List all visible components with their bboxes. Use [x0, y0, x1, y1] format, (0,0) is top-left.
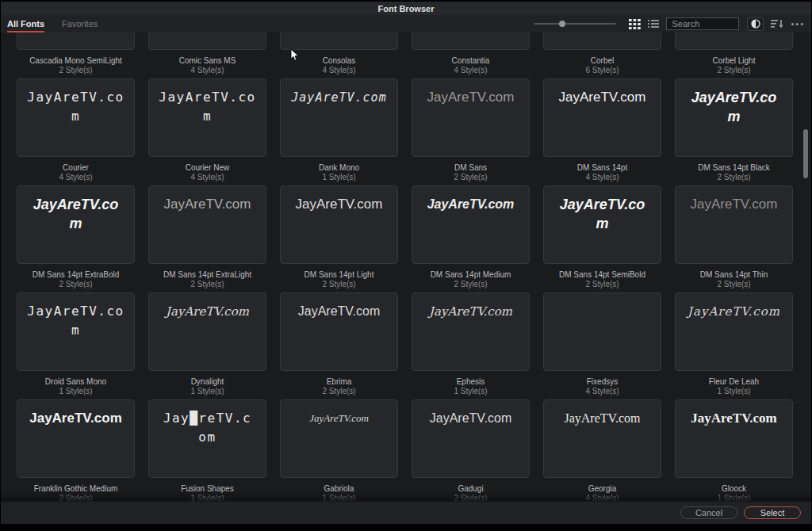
- font-name: Corbel: [543, 56, 661, 65]
- font-card[interactable]: JayAreTV.com Georgia 4 Style(s): [543, 399, 661, 501]
- preview-line-1: JayAreTV.com: [429, 302, 512, 321]
- font-style-count: 2 Style(s): [17, 494, 135, 501]
- preview-line-2: m: [727, 107, 740, 126]
- font-grid-viewport: Cascadia Mono SemiLight 2 Style(s) Comic…: [1, 32, 811, 501]
- font-name: Fleur De Leah: [675, 377, 793, 386]
- font-name: Corbel Light: [675, 56, 793, 65]
- font-preview: Jay█reTV.c om: [148, 399, 266, 478]
- font-style-count: 2 Style(s): [675, 280, 793, 288]
- select-button[interactable]: Select: [744, 506, 801, 519]
- font-style-count: 1 Style(s): [148, 387, 266, 395]
- preview-line-1: JayAreTV.com: [427, 195, 515, 214]
- font-card[interactable]: JayAreTV.com Ebrima 2 Style(s): [280, 292, 398, 399]
- font-card[interactable]: JayAreTV.com DM Sans 14pt Medium 2 Style…: [412, 185, 530, 292]
- font-style-count: 1 Style(s): [675, 494, 793, 501]
- font-card[interactable]: JayAreTV.com DM Sans 2 Style(s): [412, 78, 530, 185]
- font-preview: JayAreTV.co m: [675, 78, 793, 157]
- font-name: Consolas: [280, 56, 398, 65]
- font-card[interactable]: Corbel 6 Style(s): [543, 32, 661, 78]
- contrast-icon: [751, 19, 760, 29]
- grid-view-icon[interactable]: [629, 19, 641, 29]
- font-style-count: 2 Style(s): [17, 280, 135, 288]
- font-name: Gabriola: [280, 484, 398, 493]
- font-card[interactable]: JayAreTV.com DM Sans 14pt Light 2 Style(…: [280, 185, 398, 292]
- font-card[interactable]: Cascadia Mono SemiLight 2 Style(s): [17, 32, 135, 78]
- font-card[interactable]: JayAreTV.com Fleur De Leah 1 Style(s): [675, 292, 793, 399]
- font-preview: [148, 32, 266, 50]
- sort-descending-icon[interactable]: [771, 19, 783, 29]
- font-style-count: 4 Style(s): [543, 387, 661, 395]
- tab-all-fonts-label: All Fonts: [7, 19, 44, 29]
- font-card[interactable]: JayAreTV.com Gadugi 2 Style(s): [412, 399, 530, 501]
- font-card[interactable]: JayAreTV.com Ephesis 1 Style(s): [412, 292, 530, 399]
- font-card[interactable]: JayAreTV.com DM Sans 14pt Thin 2 Style(s…: [675, 185, 793, 292]
- font-preview: JayAreTV.com: [675, 399, 793, 478]
- font-name: Dynalight: [148, 377, 266, 386]
- font-card[interactable]: JayAreTV.com DM Sans 14pt ExtraLight 2 S…: [148, 185, 266, 292]
- more-options-icon[interactable]: •••: [791, 19, 805, 29]
- font-card[interactable]: JayAreTV.co m DM Sans 14pt ExtraBold 2 S…: [17, 185, 135, 292]
- font-preview: [280, 32, 398, 50]
- font-card[interactable]: Corbel Light 2 Style(s): [675, 32, 793, 78]
- tab-all-fonts[interactable]: All Fonts: [7, 15, 44, 32]
- font-preview: JayAreTV.com: [280, 185, 398, 264]
- preview-line-1: JayAreTV.com: [296, 195, 383, 214]
- font-card[interactable]: JayAreTV.com Gloock 1 Style(s): [675, 399, 793, 501]
- preview-line-1: Jay█reTV.c: [163, 409, 251, 428]
- font-preview: JayAreTV.com: [543, 399, 661, 478]
- font-card[interactable]: Jay█reTV.c om Fusion Shapes 1 Style(s): [148, 399, 266, 501]
- font-style-count: 2 Style(s): [280, 387, 398, 395]
- preview-line-2: m: [69, 214, 82, 233]
- font-preview: JayAreTV.co m: [17, 185, 135, 264]
- preview-line-1: JayAreTV.co: [27, 88, 124, 107]
- font-card[interactable]: JayAreTV.com Dynalight 1 Style(s): [148, 292, 266, 399]
- font-card[interactable]: JayAreTV.com Dank Mono 1 Style(s): [280, 78, 398, 185]
- font-card[interactable]: JayAreTV.co m DM Sans 14pt Black 2 Style…: [675, 78, 793, 185]
- font-card[interactable]: Comic Sans MS 4 Style(s): [148, 32, 266, 78]
- preview-line-1: JayAreTV.com: [564, 409, 640, 428]
- slider-handle[interactable]: [559, 21, 565, 27]
- font-style-count: 2 Style(s): [148, 280, 266, 288]
- font-card[interactable]: Fixedsys 4 Style(s): [543, 292, 661, 399]
- font-style-count: 4 Style(s): [280, 66, 398, 74]
- font-style-count: 4 Style(s): [148, 173, 266, 181]
- font-name: DM Sans 14pt Thin: [675, 270, 793, 279]
- font-card[interactable]: JayAreTV.co m Droid Sans Mono 1 Style(s): [17, 292, 135, 399]
- font-style-count: 2 Style(s): [412, 173, 530, 181]
- font-name: DM Sans 14pt SemiBold: [543, 270, 661, 279]
- font-card[interactable]: JayAreTV.co m Courier 4 Style(s): [17, 78, 135, 185]
- list-view-icon[interactable]: [648, 19, 659, 29]
- font-name: Droid Sans Mono: [17, 377, 135, 386]
- font-card[interactable]: JayAreTV.com Franklin Gothic Medium 2 St…: [17, 399, 135, 501]
- font-name: DM Sans 14pt ExtraBold: [17, 270, 135, 279]
- font-card[interactable]: JayAreTV.co m Courier New 4 Style(s): [148, 78, 266, 185]
- scrollbar-track[interactable]: [801, 32, 811, 501]
- font-style-count: 4 Style(s): [17, 173, 135, 181]
- font-card[interactable]: JayAreTV.co m DM Sans 14pt SemiBold 2 St…: [543, 185, 661, 292]
- font-preview: JayAreTV.com: [148, 292, 266, 371]
- scrollbar-thumb[interactable]: [803, 129, 808, 178]
- font-name: Ephesis: [412, 377, 530, 386]
- font-grid: Cascadia Mono SemiLight 2 Style(s) Comic…: [17, 32, 793, 501]
- font-style-count: 1 Style(s): [148, 494, 266, 501]
- font-name: Cascadia Mono SemiLight: [17, 56, 135, 65]
- font-card[interactable]: Constantia 4 Style(s): [412, 32, 530, 78]
- cancel-button[interactable]: Cancel: [680, 506, 737, 519]
- font-card[interactable]: Consolas 4 Style(s): [280, 32, 398, 78]
- preview-line-1: JayAreTV.co: [33, 195, 118, 214]
- font-style-count: 4 Style(s): [148, 66, 266, 74]
- font-name: Gloock: [675, 484, 793, 493]
- font-card[interactable]: JayAreTV.com Gabriola 1 Style(s): [280, 399, 398, 501]
- search-input[interactable]: [666, 17, 739, 30]
- preview-size-slider[interactable]: [534, 20, 616, 28]
- contrast-toggle-button[interactable]: [747, 17, 764, 31]
- preview-line-1: JayAreTV.com: [166, 302, 249, 321]
- tab-favorites[interactable]: Favorites: [62, 15, 98, 32]
- font-preview: JayAreTV.com: [280, 78, 398, 157]
- font-card[interactable]: JayAreTV.com DM Sans 14pt 4 Style(s): [543, 78, 661, 185]
- font-name: Courier New: [148, 163, 266, 172]
- font-style-count: 1 Style(s): [280, 494, 398, 501]
- slider-track: [534, 23, 616, 25]
- preview-line-2: m: [71, 107, 80, 126]
- font-preview: JayAreTV.com: [17, 399, 135, 478]
